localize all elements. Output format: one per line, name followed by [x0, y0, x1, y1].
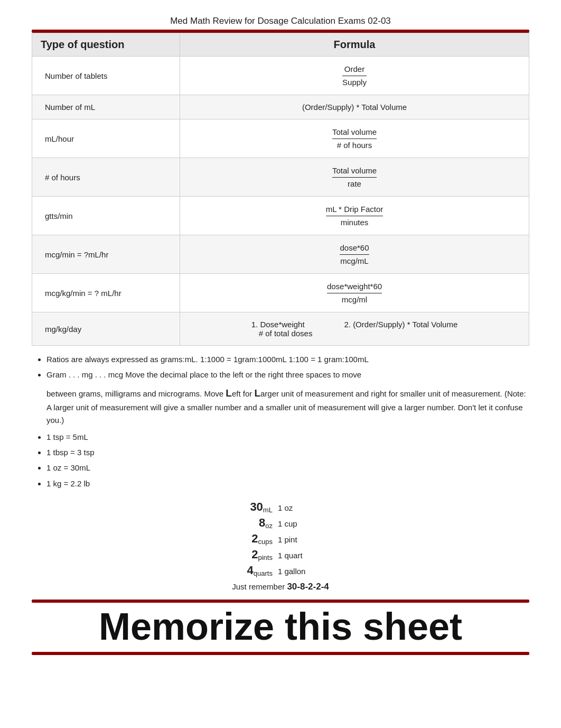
page-title: Med Math Review for Dosage Calculation E…: [32, 16, 529, 26]
formula-table: Type of question Formula Number of table…: [32, 33, 529, 346]
row-formula-ml-hour: Total volume # of hours: [180, 119, 529, 158]
table-row: Number of tablets Order Supply: [32, 57, 529, 95]
note-text: between grams, milligrams and micrograms…: [46, 385, 529, 427]
measure-big-num: 2cups: [246, 531, 274, 547]
bold-L-larger: L: [254, 388, 260, 399]
mg-kg-formula1: 1. Dose*weight # of total doses: [251, 320, 313, 338]
measure-big-num: 8oz: [246, 515, 274, 531]
mg-kg-formula1-line1: Dose*weight: [260, 320, 304, 329]
table-row: # of hours Total volume rate: [32, 158, 529, 197]
measure-big-num: 4quarts: [246, 563, 274, 578]
mg-kg-formula2: 2. (Order/Supply) * Total Volume: [344, 320, 457, 329]
mg-kg-formula2-text: (Order/Supply) * Total Volume: [353, 320, 457, 329]
measure-eq-val: 1 oz: [274, 499, 315, 515]
bottom-bar-top: [32, 600, 529, 603]
table-row: Number of mL (Order/Supply) * Total Volu…: [32, 95, 529, 119]
bullet-list: Ratios are always expressed as grams:mL.…: [46, 353, 529, 381]
row-type-tablets: Number of tablets: [32, 57, 180, 95]
row-formula-gtts: mL * Drip Factor minutes: [180, 197, 529, 235]
remember-text: Just remember: [232, 582, 285, 591]
row-type-ml-hour: mL/hour: [32, 119, 180, 158]
table-row: mcg/kg/min = ? mL/hr dose*weight*60 mcg/…: [32, 274, 529, 312]
table-row: mg/kg/day 1. Dose*weight # of total dose…: [32, 312, 529, 346]
conversion-item-1: 1 tsp = 5mL: [46, 431, 529, 443]
row-formula-hours: Total volume rate: [180, 158, 529, 197]
measure-row: 8oz 1 cup: [246, 515, 315, 531]
bottom-bar-bottom: [32, 652, 529, 655]
measure-big-num: 2pints: [246, 547, 274, 563]
measure-eq-val: 1 cup: [274, 515, 315, 531]
measure-eq-val: 1 pint: [274, 531, 315, 547]
bullets-section: Ratios are always expressed as grams:mL.…: [32, 353, 529, 490]
table-row: mcg/min = ?mL/hr dose*60 mcg/mL: [32, 235, 529, 274]
conversion-list: 1 tsp = 5mL 1 tbsp = 3 tsp 1 oz = 30mL 1…: [46, 431, 529, 490]
row-type-hours: # of hours: [32, 158, 180, 197]
remember-line: Just remember 30-8-2-2-4: [32, 582, 529, 592]
table-row: gtts/min mL * Drip Factor minutes: [32, 197, 529, 235]
conversion-item-3: 1 oz = 30mL: [46, 462, 529, 474]
table-row: mL/hour Total volume # of hours: [32, 119, 529, 158]
measure-row: 2pints 1 quart: [246, 547, 315, 563]
row-formula-mcg-kg-min: dose*weight*60 mcg/ml: [180, 274, 529, 312]
bold-L-left: L: [226, 388, 232, 399]
measure-big-num: 30mL: [246, 499, 274, 515]
measure-table: 30mL 1 oz 8oz 1 cup 2cups 1 pint 2pints …: [246, 499, 315, 578]
header-formula-col: Formula: [180, 33, 529, 57]
header-type-col: Type of question: [32, 33, 180, 57]
memorize-section: Memorize this sheet: [32, 600, 529, 655]
measure-row: 30mL 1 oz: [246, 499, 315, 515]
measure-container: 30mL 1 oz 8oz 1 cup 2cups 1 pint 2pints …: [32, 499, 529, 578]
measure-eq-val: 1 quart: [274, 547, 315, 563]
measure-eq-val: 1 gallon: [274, 563, 315, 578]
row-type-mcg-kg-min: mcg/kg/min = ? mL/hr: [32, 274, 180, 312]
row-type-mg-kg-day: mg/kg/day: [32, 312, 180, 346]
row-type-gtts: gtts/min: [32, 197, 180, 235]
measure-row: 2cups 1 pint: [246, 531, 315, 547]
row-formula-ml: (Order/Supply) * Total Volume: [180, 95, 529, 119]
measure-row: 4quarts 1 gallon: [246, 563, 315, 578]
row-formula-mg-kg-day: 1. Dose*weight # of total doses 2. (Orde…: [180, 312, 529, 346]
bullet-item-2: Gram . . . mg . . . mcg Move the decimal…: [46, 368, 529, 381]
mg-kg-formula1-line2: # of total doses: [251, 329, 313, 338]
conversion-item-4: 1 kg = 2.2 lb: [46, 477, 529, 490]
row-formula-tablets: Order Supply: [180, 57, 529, 95]
mg-kg-formula2-label: 2.: [344, 320, 351, 329]
row-type-mcg-min: mcg/min = ?mL/hr: [32, 235, 180, 274]
bullet-item-1: Ratios are always expressed as grams:mL.…: [46, 353, 529, 365]
row-formula-mcg-min: dose*60 mcg/mL: [180, 235, 529, 274]
remember-nums: 30-8-2-2-4: [287, 582, 329, 592]
mg-kg-formula1-label: 1.: [251, 320, 258, 329]
memorize-title: Memorize this sheet: [32, 606, 529, 648]
conversion-item-2: 1 tbsp = 3 tsp: [46, 446, 529, 458]
row-type-ml: Number of mL: [32, 95, 180, 119]
